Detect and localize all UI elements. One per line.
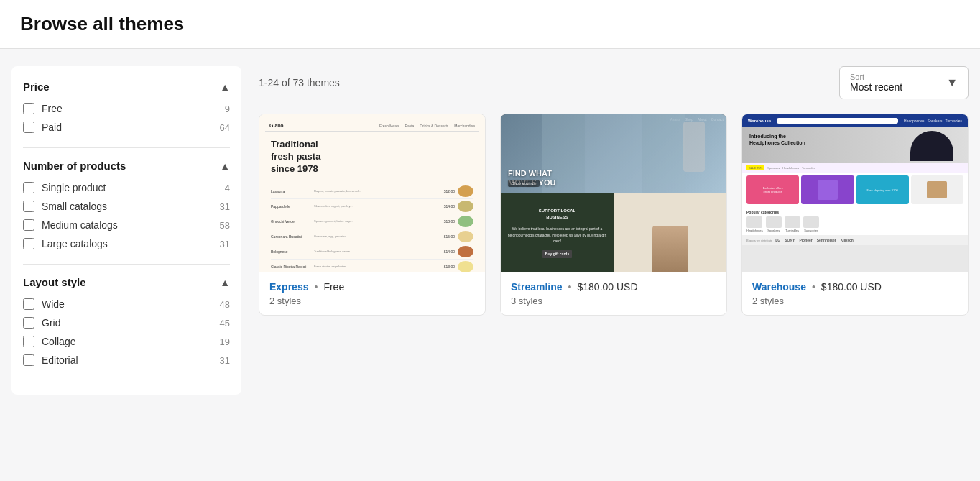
streamline-price: $180.00 USD (578, 281, 638, 293)
layout-style-filter-header[interactable]: Layout style ▲ (23, 276, 230, 288)
filter-item-large-catalogs: Large catalogs 31 (23, 238, 230, 249)
streamline-bottom: SUPPORT LOCALBUSINESS We believe that lo… (501, 193, 726, 272)
single-product-checkbox[interactable] (23, 182, 34, 193)
page-title: Browse all themes (20, 13, 960, 35)
themes-count: 1-24 of 73 themes (259, 77, 340, 88)
filter-item-editorial: Editorial 31 (23, 354, 230, 366)
ravioli-img (458, 261, 473, 272)
main-layout: Price ▲ Free 9 Paid 64 Num (0, 49, 980, 412)
express-hero: Traditionalfresh pastasince 1978 Lasagna… (265, 132, 479, 272)
filter-item-medium-catalogs: Medium catalogs 58 (23, 219, 230, 231)
carbonara-img (458, 231, 473, 242)
editorial-checkbox[interactable] (23, 354, 34, 366)
warehouse-styles: 2 styles (752, 296, 958, 306)
layout-style-chevron-up-icon: ▲ (220, 277, 230, 288)
warehouse-hero: Introducing theHeadphones Collection (742, 127, 968, 163)
small-catalogs-count: 31 (220, 201, 230, 212)
paid-label: Paid (42, 122, 62, 133)
theme-card-express: Giallo Fresh Meals Pasta Drinks & Desser… (259, 114, 486, 316)
header-bar: Browse all themes (0, 0, 980, 49)
small-catalogs-label: Small catalogs (42, 201, 107, 212)
large-catalogs-checkbox[interactable] (23, 238, 34, 249)
streamline-styles: 3 styles (511, 296, 716, 306)
free-count: 9 (225, 104, 230, 114)
express-name-link[interactable]: Express (269, 281, 308, 293)
streamline-hero: Asana Shop About Contact FIND (501, 114, 726, 193)
grid-checkbox[interactable] (23, 317, 34, 329)
wide-label: Wide (42, 298, 65, 310)
paid-checkbox[interactable] (23, 122, 34, 133)
filter-item-small-catalogs: Small catalogs 31 (23, 201, 230, 212)
filter-item-wide: Wide 48 (23, 298, 230, 310)
number-of-products-chevron-up-icon: ▲ (220, 160, 230, 172)
number-of-products-filter-header[interactable]: Number of products ▲ (23, 160, 230, 172)
express-price: Free (323, 281, 344, 293)
editorial-label: Editorial (42, 354, 78, 366)
price-filter-header[interactable]: Price ▲ (23, 81, 230, 93)
price-chevron-up-icon: ▲ (220, 81, 230, 93)
theme-card-warehouse: Warehouse Headphones Speakers Turntables (741, 114, 969, 316)
layout-style-filter-section: Layout style ▲ Wide 48 Grid 45 (23, 276, 230, 366)
streamline-support-text: SUPPORT LOCALBUSINESS We believe that lo… (505, 208, 609, 258)
sort-chevron-down-icon: ▼ (946, 76, 958, 89)
free-label: Free (42, 103, 63, 114)
warehouse-promo-row: Exclusive offerson all products Free shi… (742, 173, 968, 207)
divider-1 (23, 147, 230, 148)
express-info: Express • Free 2 styles (259, 272, 485, 315)
warehouse-dot: • (812, 281, 815, 293)
lasagna-img (458, 185, 473, 197)
divider-2 (23, 264, 230, 265)
collage-count: 19 (220, 336, 230, 347)
wide-count: 48 (220, 299, 230, 310)
express-hero-title: Traditionalfresh pastasince 1978 (271, 139, 473, 175)
filter-item-single-product: Single product 4 (23, 182, 230, 193)
medium-catalogs-checkbox[interactable] (23, 219, 34, 231)
free-checkbox[interactable] (23, 103, 34, 114)
streamline-mock: Asana Shop About Contact FIND (501, 114, 726, 272)
small-catalogs-checkbox[interactable] (23, 201, 34, 212)
streamline-thumbnail: Asana Shop About Contact FIND (501, 114, 726, 272)
filter-item-grid: Grid 45 (23, 317, 230, 329)
warehouse-name-link[interactable]: Warehouse (752, 281, 806, 293)
filter-item-collage: Collage 19 (23, 336, 230, 347)
collage-checkbox[interactable] (23, 336, 34, 347)
warehouse-brands: Brands we distribute LG SONY Pioneer Sen… (742, 235, 968, 245)
theme-card-streamline: Asana Shop About Contact FIND (500, 114, 727, 316)
filter-item-free: Free 9 (23, 103, 230, 114)
warehouse-info: Warehouse • $180.00 USD 2 styles (742, 272, 968, 315)
wide-checkbox[interactable] (23, 298, 34, 310)
content-area: 1-24 of 73 themes Sort Most recent ▼ Gia… (259, 66, 969, 395)
editorial-count: 31 (220, 355, 230, 366)
warehouse-mock: Warehouse Headphones Speakers Turntables (742, 114, 968, 272)
collage-label: Collage (42, 336, 75, 347)
streamline-info: Streamline • $180.00 USD 3 styles (501, 272, 726, 315)
express-dot: • (314, 281, 318, 293)
warehouse-thumbnail: Warehouse Headphones Speakers Turntables (742, 114, 968, 272)
gnocchi-img (458, 216, 473, 227)
streamline-name-link[interactable]: Streamline (511, 281, 563, 293)
number-of-products-filter-section: Number of products ▲ Single product 4 Sm… (23, 160, 230, 249)
medium-catalogs-count: 58 (220, 220, 230, 231)
warehouse-price: $180.00 USD (821, 281, 882, 293)
filter-item-paid: Paid 64 (23, 122, 230, 133)
svg-rect-1 (585, 114, 642, 193)
single-product-count: 4 (225, 183, 230, 193)
theme-grid: Giallo Fresh Meals Pasta Drinks & Desser… (259, 114, 969, 316)
sidebar: Price ▲ Free 9 Paid 64 Num (11, 66, 241, 395)
number-of-products-filter-title: Number of products (23, 160, 126, 172)
grid-label: Grid (42, 317, 60, 329)
pasta-table: Lasagna Ragout, tomato passata, bechamel… (271, 184, 473, 272)
pappardelle-img (458, 201, 473, 212)
streamline-dot: • (568, 281, 572, 293)
bolognese-img (458, 246, 473, 257)
sort-dropdown-inner: Sort Most recent (850, 73, 940, 93)
price-filter-title: Price (23, 81, 50, 93)
warehouse-categories: Popular categories Headphones Speakers (742, 207, 968, 235)
price-filter-section: Price ▲ Free 9 Paid 64 (23, 81, 230, 133)
grid-count: 45 (220, 318, 230, 329)
large-catalogs-count: 31 (220, 239, 230, 249)
express-mock: Giallo Fresh Meals Pasta Drinks & Desser… (259, 114, 485, 272)
large-catalogs-label: Large catalogs (42, 238, 108, 249)
medium-catalogs-label: Medium catalogs (42, 219, 118, 231)
sort-dropdown[interactable]: Sort Most recent ▼ (839, 66, 969, 99)
